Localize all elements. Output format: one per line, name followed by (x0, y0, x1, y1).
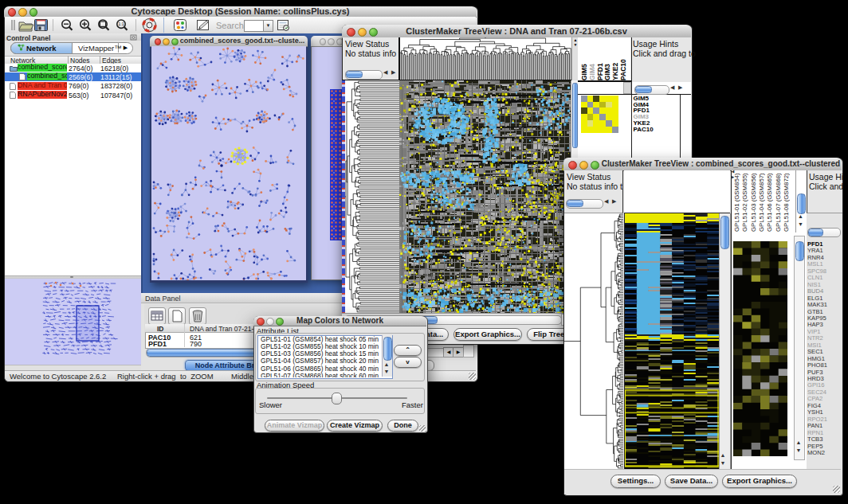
svg-text:1:1: 1:1 (118, 21, 124, 26)
